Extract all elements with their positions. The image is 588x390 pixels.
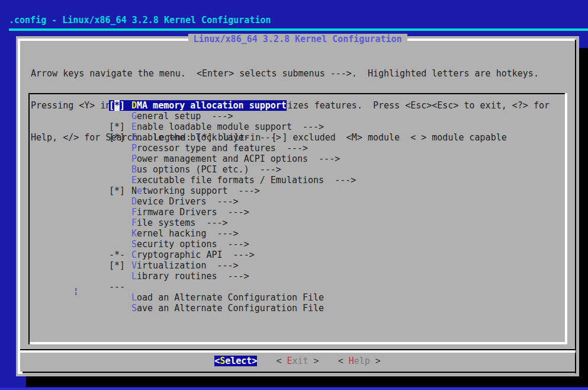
select-button[interactable]: <Select> [214, 356, 257, 366]
terminal-title: .config - Linux/x86_64 3.2.8 Kernel Conf… [9, 15, 271, 25]
menu-item-marker: [*] [109, 260, 131, 271]
hotkey-letter: F [131, 207, 137, 218]
menu-item[interactable]: Library routines ---> [109, 271, 249, 282]
menu-item-label: Load an Alternate Configuration File [131, 292, 324, 303]
exit-button[interactable]: < Exit > [276, 356, 319, 366]
menu-item[interactable]: Power management and ACPI options ---> [109, 154, 340, 164]
hotkey-letter: V [131, 260, 137, 271]
menu-item-label: Enable loadable module support ---> [131, 122, 324, 132]
menu-item[interactable]: -*-Cryptographic API ---> [109, 250, 255, 260]
hotkey-letter: D [131, 196, 137, 207]
hotkey-letter: E [131, 175, 137, 186]
menu-item[interactable]: Processor type and features ---> [109, 143, 308, 154]
menu-item-marker: [*] [109, 100, 131, 111]
stray-glyph: ¦ [73, 287, 78, 295]
menu-item[interactable]: [*]DMA memory allocation support [109, 100, 287, 111]
button-separator-light [20, 350, 576, 353]
menu-box-border-bottom [30, 342, 567, 344]
hotkey-letter: D [131, 100, 137, 111]
menu-item-label: Library routines ---> [131, 271, 249, 282]
menu-item[interactable]: [*]Enable loadable module support ---> [109, 122, 324, 132]
button-row: <Select>< Exit >< Help > [16, 356, 579, 366]
menu-item[interactable]: Firmware Drivers ---> [109, 207, 249, 218]
menu-item-label: Executable file formats / Emulations ---… [131, 175, 356, 186]
menu-item[interactable]: [*]Virtualization ---> [109, 260, 239, 271]
hotkey-letter: P [131, 143, 137, 154]
menu-item-label: Cryptographic API ---> [131, 250, 255, 260]
terminal-screen: { "terminal": { "title": ".config - Linu… [0, 0, 588, 390]
menu-item-marker: -*- [109, 250, 131, 260]
bottom-edge-line [0, 388, 588, 390]
menu-item[interactable]: [*]Networking support ---> [109, 186, 260, 196]
dialog-border-bottom [21, 372, 576, 373]
hotkey-letter: P [131, 154, 137, 164]
menu-item[interactable]: Kernel hacking ---> [109, 228, 239, 239]
hotkey-letter: B [131, 164, 137, 175]
menu-item[interactable]: Bus options (PCI etc.) ---> [109, 164, 281, 175]
hotkey-letter: G [131, 111, 137, 122]
menu-box-border-right [565, 93, 567, 344]
kernel-config-dialog: Linux/x86_64 3.2.8 Kernel Configuration … [16, 36, 579, 376]
menu-item[interactable]: Load an Alternate Configuration File [109, 292, 324, 303]
hotkey-letter: S [131, 239, 137, 250]
cursor: * [114, 100, 120, 111]
hotkey-letter: L [131, 292, 137, 303]
menu-item-label: General setup ---> [131, 111, 233, 122]
dialog-border-corner [18, 372, 23, 374]
menu-item-label: Security options ---> [131, 239, 249, 250]
menu-separator: --- [109, 282, 131, 292]
hotkey-letter: S [131, 303, 137, 314]
menu-item-marker: [*] [109, 132, 131, 143]
menu-item-marker: --- [109, 282, 131, 292]
dialog-border-left [18, 39, 20, 374]
hotkey-letter: E [131, 132, 137, 143]
menu-item[interactable]: Save an Alternate Configuration File [109, 303, 324, 314]
menu-item-label: Enable the block layer ---> [131, 132, 281, 143]
menu-item[interactable]: Executable file formats / Emulations ---… [109, 175, 356, 186]
help-button[interactable]: < Help > [338, 356, 381, 366]
menu-item-label: File systems ---> [131, 218, 228, 228]
menu-item-label: DMA memory allocation support [131, 100, 287, 111]
menu-item-label: Processor type and features ---> [131, 143, 308, 154]
hotkey-letter: C [131, 250, 137, 260]
menu-item-label: Power management and ACPI options ---> [131, 154, 340, 164]
menu-item-label: Bus options (PCI etc.) ---> [131, 164, 281, 175]
titlebar-underline [9, 28, 588, 31]
hotkey-letter: L [131, 271, 137, 282]
hotkey-letter: e [137, 186, 142, 196]
instructions-line-1: Arrow keys navigate the menu. <Enter> se… [31, 68, 550, 79]
menu-item[interactable]: Device Drivers ---> [109, 196, 239, 207]
menu-item-marker: [*] [109, 186, 131, 196]
dialog-title: Linux/x86_64 3.2.8 Kernel Configuration [188, 34, 407, 44]
menu-item[interactable]: General setup ---> [109, 111, 233, 122]
menu-item-marker: [*] [109, 122, 131, 132]
menu-box-border-top [28, 93, 565, 94]
menu-list: [*]DMA memory allocation supportGeneral … [109, 100, 356, 314]
menu-item-label: Virtualization ---> [131, 260, 239, 271]
hotkey-letter: E [131, 122, 137, 132]
dialog-border-right [575, 40, 576, 373]
menu-item-label: Firmware Drivers ---> [131, 207, 249, 218]
menu-box-border-left [28, 93, 30, 344]
hotkey-letter: F [131, 218, 137, 228]
hotkey-letter: K [131, 228, 137, 239]
menu-item-label: Device Drivers ---> [131, 196, 239, 207]
menu-item[interactable]: [*]Enable the block layer ---> [109, 132, 281, 143]
menu-item-label: Save an Alternate Configuration File [131, 303, 324, 314]
menu-item-label: Kernel hacking ---> [131, 228, 239, 239]
menu-item[interactable]: File systems ---> [109, 218, 228, 228]
menu-item-label: Networking support ---> [131, 186, 260, 196]
menu-item[interactable]: Security options ---> [109, 239, 249, 250]
